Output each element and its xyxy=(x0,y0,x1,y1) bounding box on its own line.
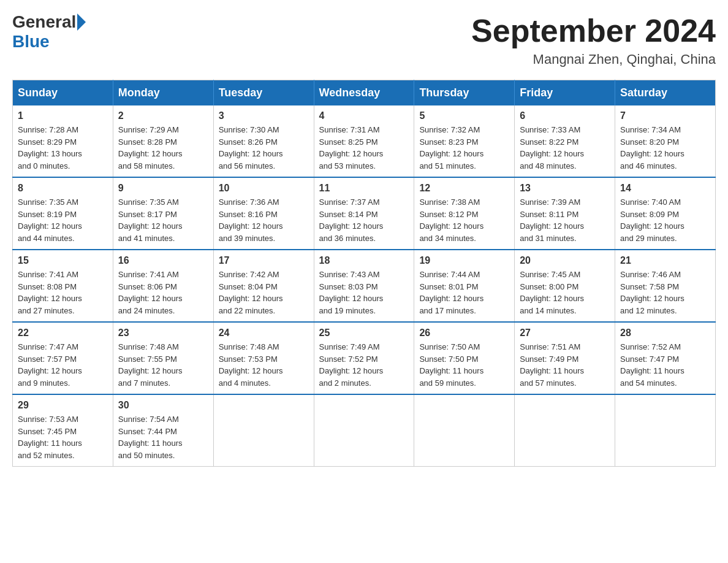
day-info: Sunrise: 7:50 AMSunset: 7:50 PMDaylight:… xyxy=(419,341,509,389)
calendar-cell: 13Sunrise: 7:39 AMSunset: 8:11 PMDayligh… xyxy=(515,177,615,250)
calendar-cell: 14Sunrise: 7:40 AMSunset: 8:09 PMDayligh… xyxy=(615,177,716,250)
day-number: 2 xyxy=(118,110,208,121)
day-number: 22 xyxy=(18,327,108,339)
day-number: 21 xyxy=(620,255,710,266)
logo-general-text: General xyxy=(12,12,76,32)
column-header-tuesday: Tuesday xyxy=(213,80,314,106)
day-number: 10 xyxy=(219,183,309,194)
column-header-wednesday: Wednesday xyxy=(314,80,414,106)
day-info: Sunrise: 7:51 AMSunset: 7:49 PMDaylight:… xyxy=(520,341,610,389)
calendar-cell: 19Sunrise: 7:44 AMSunset: 8:01 PMDayligh… xyxy=(414,250,515,322)
logo: General Blue xyxy=(12,12,87,52)
calendar-cell: 24Sunrise: 7:48 AMSunset: 7:53 PMDayligh… xyxy=(213,322,314,394)
day-number: 12 xyxy=(419,183,509,194)
calendar-cell: 25Sunrise: 7:49 AMSunset: 7:52 PMDayligh… xyxy=(314,322,414,394)
day-number: 24 xyxy=(219,327,309,339)
day-number: 27 xyxy=(520,327,610,339)
calendar-subtitle: Mangnai Zhen, Qinghai, China xyxy=(471,52,716,67)
day-info: Sunrise: 7:44 AMSunset: 8:01 PMDaylight:… xyxy=(419,269,509,316)
day-info: Sunrise: 7:35 AMSunset: 8:19 PMDaylight:… xyxy=(18,196,108,244)
calendar-week-row: 8Sunrise: 7:35 AMSunset: 8:19 PMDaylight… xyxy=(13,177,716,250)
column-header-thursday: Thursday xyxy=(414,80,515,106)
day-info: Sunrise: 7:42 AMSunset: 8:04 PMDaylight:… xyxy=(219,269,309,316)
calendar-cell xyxy=(414,394,515,467)
day-number: 20 xyxy=(520,255,610,266)
day-info: Sunrise: 7:46 AMSunset: 7:58 PMDaylight:… xyxy=(620,269,710,316)
day-info: Sunrise: 7:35 AMSunset: 8:17 PMDaylight:… xyxy=(118,196,208,244)
calendar-cell: 20Sunrise: 7:45 AMSunset: 8:00 PMDayligh… xyxy=(515,250,615,322)
day-number: 26 xyxy=(419,327,509,339)
calendar-table: SundayMondayTuesdayWednesdayThursdayFrid… xyxy=(12,80,716,467)
calendar-cell: 7Sunrise: 7:34 AMSunset: 8:20 PMDaylight… xyxy=(615,105,716,177)
day-info: Sunrise: 7:48 AMSunset: 7:55 PMDaylight:… xyxy=(118,341,208,389)
day-number: 29 xyxy=(18,400,108,411)
day-number: 8 xyxy=(18,183,108,194)
day-number: 25 xyxy=(319,327,409,339)
calendar-cell: 3Sunrise: 7:30 AMSunset: 8:26 PMDaylight… xyxy=(213,105,314,177)
calendar-cell: 11Sunrise: 7:37 AMSunset: 8:14 PMDayligh… xyxy=(314,177,414,250)
page-header: General Blue September 2024 Mangnai Zhen… xyxy=(12,12,716,67)
day-number: 7 xyxy=(620,110,710,121)
day-number: 6 xyxy=(520,110,610,121)
title-section: September 2024 Mangnai Zhen, Qinghai, Ch… xyxy=(471,12,716,67)
column-header-saturday: Saturday xyxy=(615,80,716,106)
day-info: Sunrise: 7:37 AMSunset: 8:14 PMDaylight:… xyxy=(319,196,409,244)
day-info: Sunrise: 7:32 AMSunset: 8:23 PMDaylight:… xyxy=(419,124,509,172)
day-number: 19 xyxy=(419,255,509,266)
day-number: 15 xyxy=(18,255,108,266)
calendar-cell: 4Sunrise: 7:31 AMSunset: 8:25 PMDaylight… xyxy=(314,105,414,177)
day-info: Sunrise: 7:54 AMSunset: 7:44 PMDaylight:… xyxy=(118,413,208,461)
column-header-sunday: Sunday xyxy=(13,80,113,106)
day-info: Sunrise: 7:52 AMSunset: 7:47 PMDaylight:… xyxy=(620,341,710,389)
calendar-cell: 18Sunrise: 7:43 AMSunset: 8:03 PMDayligh… xyxy=(314,250,414,322)
calendar-cell xyxy=(314,394,414,467)
calendar-cell: 1Sunrise: 7:28 AMSunset: 8:29 PMDaylight… xyxy=(13,105,113,177)
logo-arrow-icon xyxy=(77,13,86,31)
calendar-cell: 12Sunrise: 7:38 AMSunset: 8:12 PMDayligh… xyxy=(414,177,515,250)
calendar-cell: 30Sunrise: 7:54 AMSunset: 7:44 PMDayligh… xyxy=(113,394,213,467)
calendar-week-row: 1Sunrise: 7:28 AMSunset: 8:29 PMDaylight… xyxy=(13,105,716,177)
day-number: 16 xyxy=(118,255,208,266)
day-info: Sunrise: 7:41 AMSunset: 8:08 PMDaylight:… xyxy=(18,269,108,316)
day-number: 4 xyxy=(319,110,409,121)
calendar-cell: 6Sunrise: 7:33 AMSunset: 8:22 PMDaylight… xyxy=(515,105,615,177)
day-info: Sunrise: 7:49 AMSunset: 7:52 PMDaylight:… xyxy=(319,341,409,389)
calendar-cell xyxy=(615,394,716,467)
day-number: 23 xyxy=(118,327,208,339)
calendar-cell: 8Sunrise: 7:35 AMSunset: 8:19 PMDaylight… xyxy=(13,177,113,250)
day-info: Sunrise: 7:31 AMSunset: 8:25 PMDaylight:… xyxy=(319,124,409,172)
day-number: 28 xyxy=(620,327,710,339)
day-number: 13 xyxy=(520,183,610,194)
calendar-cell: 21Sunrise: 7:46 AMSunset: 7:58 PMDayligh… xyxy=(615,250,716,322)
column-header-monday: Monday xyxy=(113,80,213,106)
calendar-cell xyxy=(213,394,314,467)
day-info: Sunrise: 7:28 AMSunset: 8:29 PMDaylight:… xyxy=(18,124,108,172)
day-number: 14 xyxy=(620,183,710,194)
calendar-cell: 2Sunrise: 7:29 AMSunset: 8:28 PMDaylight… xyxy=(113,105,213,177)
day-info: Sunrise: 7:34 AMSunset: 8:20 PMDaylight:… xyxy=(620,124,710,172)
day-info: Sunrise: 7:33 AMSunset: 8:22 PMDaylight:… xyxy=(520,124,610,172)
calendar-header-row: SundayMondayTuesdayWednesdayThursdayFrid… xyxy=(13,80,716,106)
calendar-week-row: 29Sunrise: 7:53 AMSunset: 7:45 PMDayligh… xyxy=(13,394,716,467)
day-number: 11 xyxy=(319,183,409,194)
day-info: Sunrise: 7:30 AMSunset: 8:26 PMDaylight:… xyxy=(219,124,309,172)
day-info: Sunrise: 7:45 AMSunset: 8:00 PMDaylight:… xyxy=(520,269,610,316)
calendar-cell: 16Sunrise: 7:41 AMSunset: 8:06 PMDayligh… xyxy=(113,250,213,322)
day-number: 17 xyxy=(219,255,309,266)
day-info: Sunrise: 7:29 AMSunset: 8:28 PMDaylight:… xyxy=(118,124,208,172)
calendar-cell: 26Sunrise: 7:50 AMSunset: 7:50 PMDayligh… xyxy=(414,322,515,394)
day-info: Sunrise: 7:39 AMSunset: 8:11 PMDaylight:… xyxy=(520,196,610,244)
calendar-cell: 17Sunrise: 7:42 AMSunset: 8:04 PMDayligh… xyxy=(213,250,314,322)
calendar-title: September 2024 xyxy=(471,12,716,49)
day-info: Sunrise: 7:43 AMSunset: 8:03 PMDaylight:… xyxy=(319,269,409,316)
calendar-cell: 22Sunrise: 7:47 AMSunset: 7:57 PMDayligh… xyxy=(13,322,113,394)
day-number: 18 xyxy=(319,255,409,266)
calendar-cell: 27Sunrise: 7:51 AMSunset: 7:49 PMDayligh… xyxy=(515,322,615,394)
day-info: Sunrise: 7:41 AMSunset: 8:06 PMDaylight:… xyxy=(118,269,208,316)
calendar-cell: 15Sunrise: 7:41 AMSunset: 8:08 PMDayligh… xyxy=(13,250,113,322)
calendar-cell: 5Sunrise: 7:32 AMSunset: 8:23 PMDaylight… xyxy=(414,105,515,177)
logo-blue-text: Blue xyxy=(12,32,50,51)
calendar-cell xyxy=(515,394,615,467)
day-info: Sunrise: 7:36 AMSunset: 8:16 PMDaylight:… xyxy=(219,196,309,244)
day-number: 3 xyxy=(219,110,309,121)
